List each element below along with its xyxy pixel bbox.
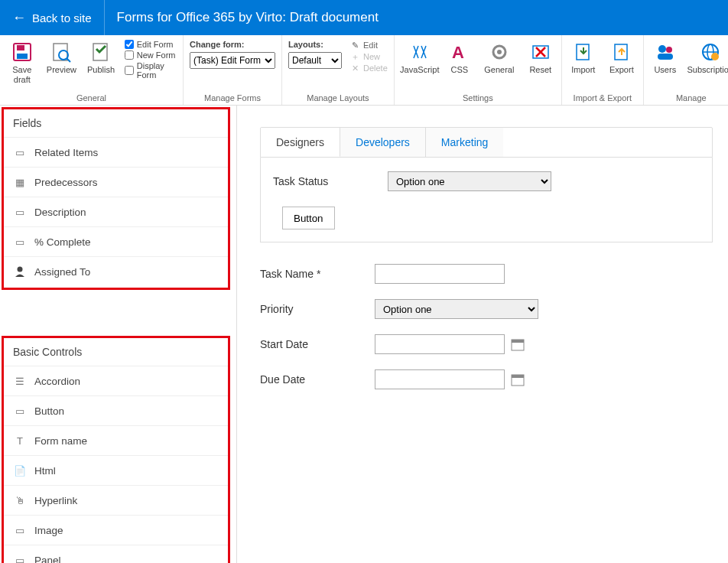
field-predecessors[interactable]: ▦Predecessors bbox=[4, 167, 228, 197]
control-image[interactable]: ▭Image bbox=[4, 515, 228, 545]
svg-text:A: A bbox=[452, 43, 464, 62]
field-icon: ▭ bbox=[13, 235, 27, 249]
ribbon-group-label: Manage bbox=[647, 92, 728, 105]
users-icon bbox=[653, 40, 678, 64]
button-icon: ▭ bbox=[13, 404, 27, 418]
sidebar[interactable]: Fields ▭Related Items ▦Predecessors ▭Des… bbox=[0, 106, 237, 563]
save-icon bbox=[10, 40, 34, 64]
publish-button[interactable]: Publish bbox=[82, 38, 120, 76]
fields-panel: Fields ▭Related Items ▦Predecessors ▭Des… bbox=[2, 107, 230, 290]
field-related-items[interactable]: ▭Related Items bbox=[4, 137, 228, 167]
tabs: Designers Developers Marketing bbox=[260, 127, 713, 158]
due-date-label: Due Date bbox=[260, 373, 375, 386]
js-icon bbox=[408, 40, 432, 64]
control-panel[interactable]: ▭Panel bbox=[4, 545, 228, 563]
priority-select[interactable]: Option one bbox=[375, 299, 538, 319]
html-icon: 📄 bbox=[13, 464, 27, 477]
control-button[interactable]: ▭Button bbox=[4, 395, 228, 425]
calendar-icon[interactable] bbox=[511, 373, 525, 386]
css-button[interactable]: A CSS bbox=[444, 38, 476, 76]
task-status-select[interactable]: Option one bbox=[388, 171, 551, 191]
new-form-checkbox[interactable]: New Form bbox=[125, 50, 177, 60]
field-icon: ▭ bbox=[13, 205, 27, 219]
general-settings-button[interactable]: General bbox=[477, 38, 522, 76]
tab-designers[interactable]: Designers bbox=[261, 128, 340, 157]
ribbon-group-label: General bbox=[3, 92, 180, 105]
field-description[interactable]: ▭Description bbox=[4, 197, 228, 226]
svg-point-16 bbox=[666, 47, 672, 53]
grid-icon: ▦ bbox=[13, 175, 27, 189]
ribbon-group-label: Settings bbox=[398, 92, 558, 105]
fields-header: Fields bbox=[4, 109, 228, 137]
due-date-input[interactable] bbox=[375, 369, 505, 389]
edit-form-checkbox[interactable]: Edit Form bbox=[125, 40, 177, 49]
svg-rect-17 bbox=[658, 54, 673, 60]
svg-rect-1 bbox=[17, 45, 24, 50]
control-html[interactable]: 📄Html bbox=[4, 455, 228, 485]
svg-point-15 bbox=[658, 45, 666, 53]
preview-icon bbox=[49, 40, 73, 64]
image-icon: ▭ bbox=[13, 523, 27, 537]
layouts-label: Layouts: bbox=[288, 40, 342, 49]
save-draft-button[interactable]: Save draft bbox=[3, 38, 41, 86]
subscription-button[interactable]: Subscription bbox=[685, 38, 728, 76]
publish-icon bbox=[89, 40, 113, 64]
import-button[interactable]: Import bbox=[565, 38, 602, 76]
svg-point-21 bbox=[711, 53, 719, 60]
ribbon-group-label: Manage Forms bbox=[187, 92, 278, 105]
control-hyperlink[interactable]: 🖱Hyperlink bbox=[4, 485, 228, 515]
gear-icon bbox=[487, 40, 512, 64]
arrow-left-icon: ← bbox=[12, 10, 26, 26]
start-date-label: Start Date bbox=[260, 338, 375, 350]
task-name-input[interactable] bbox=[375, 264, 505, 284]
priority-label: Priority bbox=[260, 303, 375, 315]
page-title: Forms for Office 365 by Virto: Draft doc… bbox=[105, 10, 391, 25]
display-form-checkbox[interactable]: Display Form bbox=[125, 61, 177, 80]
reset-button[interactable]: Reset bbox=[523, 38, 558, 76]
css-icon: A bbox=[447, 40, 472, 64]
export-icon bbox=[609, 40, 634, 64]
export-button[interactable]: Export bbox=[603, 38, 640, 76]
basic-controls-panel: Basic Controls ☰Accordion ▭Button TForm … bbox=[2, 336, 230, 563]
panel-icon: ▭ bbox=[13, 553, 27, 563]
task-status-label: Task Status bbox=[273, 175, 388, 187]
svg-point-9 bbox=[497, 50, 502, 54]
task-name-label: Task Name * bbox=[260, 268, 375, 280]
svg-rect-24 bbox=[512, 340, 524, 343]
x-icon: ✕ bbox=[349, 63, 360, 73]
svg-point-22 bbox=[18, 267, 23, 272]
controls-header: Basic Controls bbox=[4, 338, 228, 366]
layouts-select[interactable]: Default bbox=[288, 52, 342, 69]
tab-marketing[interactable]: Marketing bbox=[426, 128, 503, 157]
person-icon bbox=[13, 265, 27, 278]
reset-icon bbox=[528, 40, 553, 64]
layout-edit[interactable]: ✎Edit bbox=[349, 40, 388, 50]
plus-icon: ＋ bbox=[349, 51, 360, 62]
users-button[interactable]: Users bbox=[647, 38, 684, 76]
ribbon-group-label: Manage Layouts bbox=[285, 92, 391, 105]
back-label: Back to site bbox=[32, 11, 92, 24]
form-button[interactable]: Button bbox=[282, 207, 335, 229]
form-canvas: Designers Developers Marketing Task Stat… bbox=[237, 106, 728, 563]
tab-developers[interactable]: Developers bbox=[340, 128, 426, 157]
layout-new: ＋New bbox=[349, 51, 388, 62]
javascript-button[interactable]: JavaScript bbox=[398, 38, 442, 76]
globe-icon bbox=[698, 40, 723, 64]
field-percent-complete[interactable]: ▭% Complete bbox=[4, 226, 228, 256]
accordion-icon: ☰ bbox=[13, 374, 27, 388]
field-assigned-to[interactable]: Assigned To bbox=[4, 256, 228, 286]
ribbon-group-label: Import & Export bbox=[565, 92, 640, 105]
field-icon: ▭ bbox=[13, 145, 27, 159]
link-icon: 🖱 bbox=[13, 493, 27, 507]
back-to-site[interactable]: ← Back to site bbox=[0, 0, 105, 35]
import-icon bbox=[571, 40, 596, 64]
preview-button[interactable]: Preview bbox=[43, 38, 81, 76]
control-form-name[interactable]: TForm name bbox=[4, 425, 228, 455]
pencil-icon: ✎ bbox=[349, 40, 360, 50]
svg-rect-29 bbox=[512, 375, 524, 378]
layout-delete: ✕Delete bbox=[349, 63, 388, 73]
change-form-select[interactable]: (Task) Edit Form bbox=[190, 52, 275, 69]
control-accordion[interactable]: ☰Accordion bbox=[4, 366, 228, 395]
start-date-input[interactable] bbox=[375, 334, 505, 354]
calendar-icon[interactable] bbox=[511, 337, 525, 351]
